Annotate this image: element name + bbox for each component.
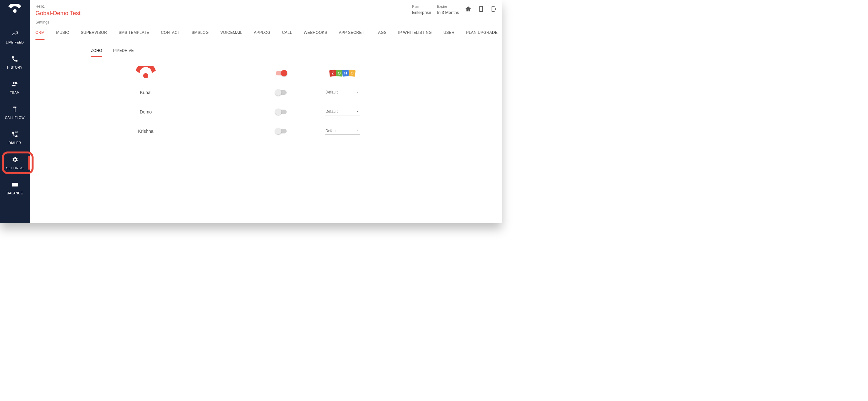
sidebar: LIVE FEED HISTORY TEAM CALL FLOW SIP DIA… — [0, 0, 30, 223]
mapping-select[interactable]: Default — [325, 89, 360, 96]
breadcrumb: Settings — [30, 18, 502, 26]
sidebar-label: BALANCE — [7, 191, 23, 195]
svg-point-2 — [143, 73, 148, 78]
master-toggle[interactable] — [276, 71, 287, 75]
mapping-value: Default — [326, 129, 338, 133]
zoho-logo-cell: Z O H O — [301, 70, 384, 76]
app-logo-cell — [30, 66, 262, 80]
tab-smslog[interactable]: SMSLOG — [191, 26, 209, 40]
subtab-zoho[interactable]: ZOHO — [91, 46, 102, 57]
phone-device-icon — [477, 5, 485, 12]
mapping-select[interactable]: Default — [325, 127, 360, 135]
expire-label: Expire — [437, 4, 459, 9]
gear-icon — [11, 156, 19, 163]
chevron-down-icon — [355, 129, 360, 133]
tab-sms-template[interactable]: SMS TEMPLATE — [119, 26, 149, 40]
tab-contact[interactable]: CONTACT — [161, 26, 180, 40]
phone-sip-icon: SIP — [11, 131, 19, 138]
user-row: Krishna Default — [30, 122, 502, 141]
crm-content: Z O H O Kunal Default Demo — [30, 62, 502, 141]
tab-app-secret[interactable]: APP SECRET — [339, 26, 364, 40]
user-row: Kunal Default — [30, 83, 502, 102]
user-row: Demo Default — [30, 102, 502, 122]
expire-cell: Expire In 3 Months — [437, 4, 459, 16]
sidebar-label: DIALER — [8, 141, 21, 145]
sidebar-item-livefeed[interactable]: LIVE FEED — [0, 25, 30, 50]
zoho-o1: O — [336, 70, 342, 76]
user-name: Demo — [30, 109, 262, 115]
tab-tags[interactable]: TAGS — [376, 26, 386, 40]
user-name: Krishna — [30, 129, 262, 134]
tab-music[interactable]: MUSIC — [56, 26, 69, 40]
home-button[interactable] — [465, 5, 472, 14]
user-toggle[interactable] — [276, 90, 287, 95]
subtab-pipedrive[interactable]: PIPEDRIVE — [113, 46, 134, 57]
topbar: Hello, Gobal-Demo Test Plan Enterprise E… — [30, 0, 502, 18]
hello-label: Hello, — [35, 4, 81, 9]
mapping-value: Default — [326, 90, 338, 94]
sidebar-item-history[interactable]: HISTORY — [0, 50, 30, 75]
topbar-right: Plan Enterprise Expire In 3 Months — [412, 4, 498, 16]
main: Hello, Gobal-Demo Test Plan Enterprise E… — [30, 0, 502, 223]
tab-applog[interactable]: APPLOG — [254, 26, 271, 40]
tab-ip-whitelist[interactable]: IP WHITELISTING — [398, 26, 432, 40]
sidebar-item-team[interactable]: TEAM — [0, 75, 30, 100]
mobile-button[interactable] — [477, 5, 485, 14]
trend-icon — [11, 30, 19, 37]
sidebar-item-dialer[interactable]: SIP DIALER — [0, 125, 30, 150]
sidebar-item-settings[interactable]: SETTINGS — [0, 150, 30, 175]
logout-icon — [490, 5, 498, 12]
tab-crm[interactable]: CRM — [35, 26, 44, 40]
tab-webhooks[interactable]: WEBHOOKS — [304, 26, 327, 40]
user-name: Kunal — [30, 90, 262, 95]
sidebar-label: CALL FLOW — [5, 116, 25, 120]
sidebar-item-callflow[interactable]: CALL FLOW — [0, 100, 30, 125]
plan-value: Enterprise — [412, 9, 431, 16]
sidebar-label: LIVE FEED — [6, 41, 24, 44]
plan-label: Plan — [412, 4, 431, 9]
svg-point-0 — [13, 9, 17, 13]
sidebar-label: SETTINGS — [6, 166, 24, 170]
settings-tabs: CRM MUSIC SUPERVISOR SMS TEMPLATE CONTAC… — [30, 26, 502, 40]
tab-plan-upgrade[interactable]: PLAN UPGRADE — [466, 26, 498, 40]
zoho-h: H — [342, 70, 349, 76]
tenant-name: Gobal-Demo Test — [35, 9, 81, 18]
phone-logo-icon — [133, 66, 158, 79]
tenant-block: Hello, Gobal-Demo Test — [35, 4, 81, 18]
app-logo — [7, 4, 23, 15]
expire-value: In 3 Months — [437, 9, 459, 16]
sidebar-label: HISTORY — [7, 66, 23, 69]
tab-call[interactable]: CALL — [282, 26, 292, 40]
tab-voicemail[interactable]: VOICEMAIL — [220, 26, 242, 40]
home-icon — [465, 5, 472, 12]
zoho-o2: O — [348, 70, 355, 77]
user-toggle[interactable] — [276, 129, 287, 133]
svg-text:SIP: SIP — [15, 131, 18, 133]
user-toggle[interactable] — [276, 110, 287, 114]
master-row: Z O H O — [30, 63, 502, 83]
group-add-icon — [11, 81, 19, 88]
phone-icon — [11, 56, 19, 63]
zoho-z: Z — [329, 70, 336, 77]
split-icon — [11, 106, 19, 113]
plan-cell: Plan Enterprise — [412, 4, 431, 16]
mapping-value: Default — [326, 109, 338, 114]
crm-subtabs: ZOHO PIPEDRIVE — [91, 46, 481, 57]
tab-supervisor[interactable]: SUPERVISOR — [81, 26, 107, 40]
sidebar-item-balance[interactable]: BALANCE — [0, 175, 30, 201]
tab-user[interactable]: USER — [443, 26, 455, 40]
logout-button[interactable] — [490, 5, 498, 14]
chevron-down-icon — [355, 110, 360, 114]
sidebar-label: TEAM — [10, 91, 20, 94]
mapping-select[interactable]: Default — [325, 108, 360, 115]
zoho-logo: Z O H O — [330, 70, 355, 76]
card-icon — [11, 181, 19, 188]
chevron-down-icon — [355, 90, 360, 94]
